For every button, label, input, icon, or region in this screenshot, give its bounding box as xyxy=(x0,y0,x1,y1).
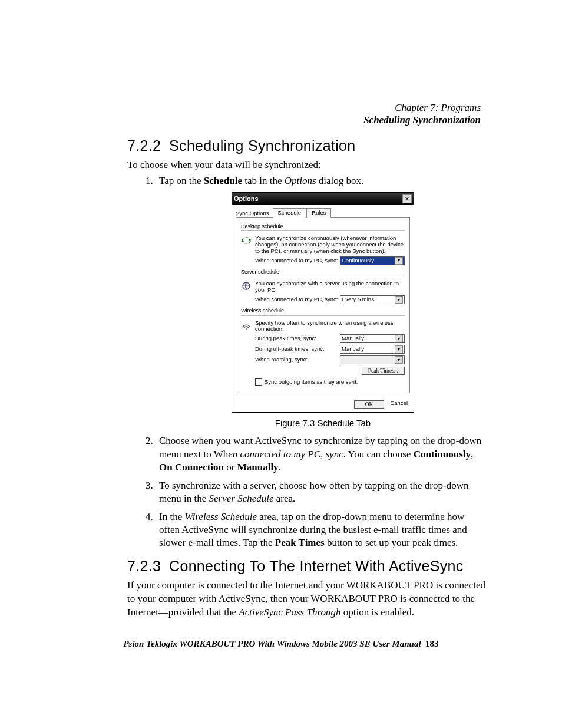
roam-sync-dropdown: ▼ xyxy=(340,355,405,364)
ok-button[interactable]: OK xyxy=(354,400,385,409)
figure-caption: Figure 7.3 Schedule Tab xyxy=(159,419,487,427)
chevron-down-icon: ▼ xyxy=(395,335,403,342)
running-header: Chapter 7: Programs Scheduling Synchroni… xyxy=(363,101,481,127)
svg-point-1 xyxy=(246,328,247,330)
wireless-group: Wireless schedule Specify how often to s… xyxy=(241,308,405,386)
chevron-down-icon: ▼ xyxy=(395,345,403,353)
chevron-down-icon: ▼ xyxy=(395,296,403,304)
section-label: Scheduling Synchronization xyxy=(363,114,481,126)
server-sync-label: When connected to my PC, sync: xyxy=(255,297,338,303)
dialog-pane: Desktop schedule You can synchronize con… xyxy=(236,217,410,393)
offpeak-sync-label: During off-peak times, sync: xyxy=(255,346,325,353)
peak-times-button[interactable]: Peak Times... xyxy=(362,367,405,375)
tab-schedule[interactable]: Schedule xyxy=(273,208,307,218)
wireless-icon xyxy=(241,320,252,331)
chapter-label: Chapter 7: Programs xyxy=(363,101,481,114)
dialog-titlebar: Options × xyxy=(232,193,414,205)
sync-outgoing-checkbox[interactable] xyxy=(255,378,262,386)
steps-722: Tap on the Schedule tab in the Options d… xyxy=(156,174,487,550)
close-icon[interactable]: × xyxy=(402,194,412,203)
dialog-buttons: OK Cancel xyxy=(232,397,414,412)
cancel-button[interactable]: Cancel xyxy=(390,400,408,409)
chevron-down-icon: ▼ xyxy=(395,356,403,364)
para-723: If your computer is connected to the Int… xyxy=(127,579,487,620)
chevron-down-icon: ▼ xyxy=(395,257,403,265)
server-icon xyxy=(241,281,252,291)
dialog-tabs: Sync Options Schedule Rules xyxy=(232,205,414,217)
roam-sync-label: When roaming, sync: xyxy=(255,357,308,363)
page-footer: Psion Teklogix WORKABOUT PRO With Window… xyxy=(0,639,562,649)
server-group: Server schedule You can synchronize with… xyxy=(241,269,405,304)
tab-rules[interactable]: Rules xyxy=(306,208,331,218)
heading-723: 7.2.3Connecting To The Internet With Act… xyxy=(127,558,487,575)
offpeak-sync-dropdown[interactable]: Manually▼ xyxy=(340,345,405,354)
step-1: Tap on the Schedule tab in the Options d… xyxy=(156,174,487,428)
sync-outgoing-label: Sync outgoing items as they are sent. xyxy=(265,379,358,386)
sync-icon xyxy=(241,235,252,246)
desktop-group: Desktop schedule You can synchronize con… xyxy=(241,223,405,265)
step-4: In the Wireless Schedule area, tap on th… xyxy=(156,510,487,550)
pc-sync-label: When connected to my PC, sync: xyxy=(255,258,338,264)
content: 7.2.2Scheduling Synchronization To choos… xyxy=(127,138,487,623)
server-sync-dropdown[interactable]: Every 5 mins▼ xyxy=(340,295,405,304)
page: Chapter 7: Programs Scheduling Synchroni… xyxy=(0,0,562,728)
peak-sync-dropdown[interactable]: Manually▼ xyxy=(340,334,405,343)
heading-722: 7.2.2Scheduling Synchronization xyxy=(127,138,487,154)
peak-sync-label: During peak times, sync: xyxy=(255,335,316,342)
options-dialog-figure: Options × Sync Options Schedule Rules De… xyxy=(232,192,414,413)
step-3: To synchronize with a server, choose how… xyxy=(156,479,487,506)
sync-options-label: Sync Options xyxy=(236,210,269,217)
pc-sync-dropdown[interactable]: Continuously▼ xyxy=(340,256,405,265)
step-2: Choose when you want ActiveSync to synch… xyxy=(156,434,487,474)
intro-722: To choose when your data will be synchro… xyxy=(127,159,487,171)
dialog-title: Options xyxy=(234,195,259,203)
